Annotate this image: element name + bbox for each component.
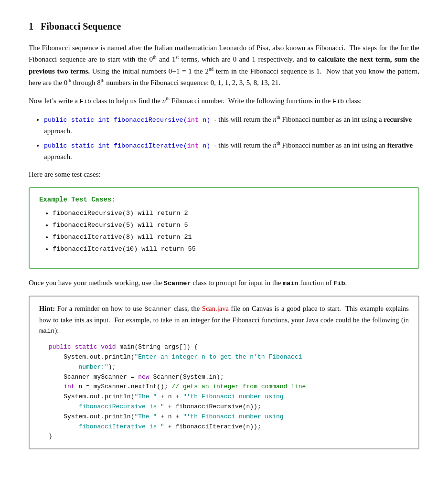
- fib-class-ref-1: Fib: [80, 98, 91, 105]
- main-ref: main: [283, 280, 298, 287]
- method-recursive-signature: public static int fibonacciRecursive(int…: [44, 117, 210, 124]
- code-block: public static void main(String args[]) {…: [49, 342, 409, 442]
- example-test-cases-box: Example Test Cases: fibonacciRecursive(3…: [29, 187, 419, 269]
- section-number: 1: [29, 21, 33, 32]
- section-title: 1 Fibonacci Sequence: [29, 19, 419, 34]
- method-iterative-signature: public static int fibonacciIterative(int…: [44, 142, 210, 149]
- example-list: fibonacciRecursive(3) will return 2 fibo…: [53, 209, 409, 255]
- code-line-6: System.out.println("The " + n + "'th Fib…: [49, 392, 409, 402]
- intro-paragraph-1: The Fibonacci sequence is named after th…: [29, 43, 419, 88]
- example-item-4: fibonacciIterative(10) will return 55: [53, 244, 409, 255]
- intro-paragraph-2: Now let’s write a Fib class to help us f…: [29, 95, 419, 107]
- code-line-10: }: [49, 432, 409, 442]
- bold-calc: to calculate the next term, sum the prev…: [29, 55, 419, 74]
- example-item-2: fibonacciRecursive(5) will return 5: [53, 221, 409, 231]
- example-item-3: fibonacciIterative(8) will return 21: [53, 233, 409, 243]
- code-line-7: fibonacciRecursive is " + fibonacciRecur…: [49, 402, 409, 412]
- hint-main-ref: main: [39, 328, 54, 335]
- example-title: Example Test Cases:: [39, 195, 409, 205]
- fib-ref: Fib: [333, 280, 345, 287]
- method-list: public static int fibonacciRecursive(int…: [44, 114, 419, 162]
- test-cases-label: Here are some test cases:: [29, 169, 419, 180]
- hint-box: Hint: For a reminder on how to use Scann…: [29, 296, 419, 449]
- method-item-iterative: public static int fibonacciIterative(int…: [44, 139, 419, 162]
- scanner-ref: Scanner: [164, 280, 191, 287]
- hint-paragraph: Hint: For a reminder on how to use Scann…: [39, 303, 409, 337]
- hint-scanjava-link[interactable]: Scan.java: [202, 305, 229, 312]
- fib-class-ref-2: Fib: [332, 98, 344, 105]
- scanner-paragraph: Once you have your methods working, use …: [29, 277, 419, 289]
- code-line-8: System.out.println("The " + n + "'th Fib…: [49, 412, 409, 422]
- code-line-3: number:");: [49, 362, 409, 372]
- code-line-2: System.out.println("Enter an integer n t…: [49, 352, 409, 362]
- hint-scanner-ref: Scanner: [144, 306, 171, 313]
- code-line-5: int n = myScanner.nextInt(); // gets an …: [49, 382, 409, 392]
- method-item-recursive: public static int fibonacciRecursive(int…: [44, 114, 419, 137]
- hint-label: Hint:: [39, 305, 55, 312]
- code-line-4: Scanner myScanner = new Scanner(System.i…: [49, 372, 409, 383]
- title-text: Fibonacci Sequence: [41, 21, 121, 32]
- code-line-1: public static void main(String args[]) {: [49, 342, 409, 352]
- code-line-9: fibonacciIterative is " + fibonacciItera…: [49, 422, 409, 432]
- example-item-1: fibonacciRecursive(3) will return 2: [53, 209, 409, 219]
